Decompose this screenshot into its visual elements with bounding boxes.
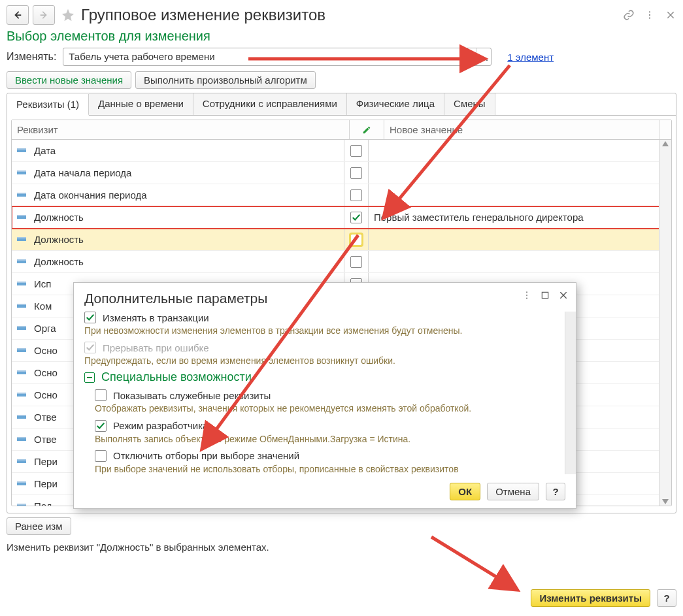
- note-show-service: Отображать реквизиты, значения которых н…: [95, 402, 565, 414]
- table-row[interactable]: Дата: [12, 140, 671, 162]
- table-scrollbar[interactable]: [659, 140, 671, 506]
- requisite-icon: [17, 415, 27, 420]
- svg-point-2: [649, 18, 650, 19]
- table-row[interactable]: Должность: [12, 251, 671, 273]
- forward-button[interactable]: [33, 5, 55, 25]
- dialog-scrollbar[interactable]: [565, 312, 576, 474]
- table-row[interactable]: ДолжностьПервый заместитель генерального…: [12, 206, 671, 229]
- svg-rect-18: [17, 304, 26, 305]
- cb-transaction[interactable]: [84, 312, 96, 323]
- note-disable-filters: При выборе значений не использовать отбо…: [95, 463, 565, 475]
- requisite-icon: [17, 459, 27, 464]
- svg-rect-15: [17, 283, 26, 285]
- requisite-label: Дата окончания периода: [34, 189, 147, 201]
- svg-point-37: [526, 291, 527, 293]
- row-value: Первый заместитель генерального директор…: [369, 206, 659, 228]
- svg-rect-31: [17, 461, 26, 463]
- requisite-label: Пери: [34, 478, 58, 489]
- row-checkbox[interactable]: [350, 145, 362, 157]
- svg-rect-25: [17, 394, 26, 397]
- svg-rect-27: [17, 416, 26, 419]
- change-label: Изменять:: [7, 51, 56, 63]
- dialog-ok-button[interactable]: ОК: [450, 483, 480, 500]
- kebab-icon[interactable]: [644, 9, 656, 21]
- table-row[interactable]: Дата окончания периода: [12, 184, 671, 206]
- toggle-special[interactable]: [84, 372, 95, 383]
- tab-time-data[interactable]: Данные о времени: [89, 93, 193, 115]
- requisite-icon: [17, 504, 27, 506]
- svg-rect-17: [17, 305, 26, 308]
- svg-rect-21: [17, 349, 26, 352]
- cb-show-service[interactable]: [95, 389, 107, 401]
- back-button[interactable]: [7, 5, 29, 25]
- requisite-label: Должность: [34, 212, 84, 223]
- previously-changed-button[interactable]: Ранее изм: [7, 517, 71, 535]
- requisite-icon: [17, 259, 27, 265]
- enter-new-values-button[interactable]: Ввести новые значения: [7, 71, 131, 89]
- dialog-help-button[interactable]: ?: [546, 483, 565, 500]
- requisite-icon: [17, 193, 27, 198]
- close-icon[interactable]: [665, 9, 676, 21]
- requisite-label: Орга: [34, 323, 56, 334]
- svg-rect-24: [17, 370, 26, 372]
- svg-rect-22: [17, 348, 26, 349]
- svg-point-39: [526, 298, 527, 299]
- requisite-label: Исп: [34, 278, 51, 289]
- cb-stop-on-error-label: Прерывать при ошибке: [103, 342, 209, 353]
- svg-point-1: [649, 14, 650, 16]
- svg-rect-28: [17, 415, 26, 416]
- cb-show-service-label: Показывать служебные реквизиты: [113, 390, 271, 401]
- col-requisite: Реквизит: [12, 120, 350, 139]
- dialog-kebab-icon[interactable]: [521, 289, 533, 301]
- row-checkbox[interactable]: [350, 212, 362, 223]
- change-combo-value: Табель учета рабочего времени: [63, 48, 476, 65]
- tab-employees-fixed[interactable]: Сотрудники с исправлениями: [193, 93, 347, 115]
- row-checkbox[interactable]: [350, 189, 362, 201]
- requisite-icon: [17, 326, 27, 331]
- apply-changes-button[interactable]: Изменить реквизиты: [531, 589, 650, 607]
- dialog-cancel-button[interactable]: Отмена: [487, 483, 539, 500]
- requisite-icon: [17, 481, 27, 487]
- cb-dev-mode[interactable]: [95, 420, 107, 432]
- row-value: [369, 162, 659, 184]
- svg-rect-36: [17, 504, 26, 505]
- tab-individuals[interactable]: Физические лица: [347, 93, 444, 115]
- svg-rect-23: [17, 372, 26, 374]
- tab-requisites[interactable]: Реквизиты (1): [7, 94, 89, 116]
- row-checkbox[interactable]: [350, 167, 362, 179]
- table-row[interactable]: Должность: [12, 229, 671, 251]
- run-algorithm-button[interactable]: Выполнить произвольный алгоритм: [135, 71, 316, 89]
- dialog-maximize-icon[interactable]: [539, 289, 551, 301]
- elements-count-link[interactable]: 1 элемент: [507, 52, 554, 63]
- svg-rect-8: [17, 193, 26, 194]
- svg-rect-26: [17, 393, 26, 394]
- link-icon[interactable]: [623, 9, 635, 21]
- page-title: Групповое изменение реквизитов: [81, 6, 325, 24]
- help-button[interactable]: ?: [657, 589, 676, 607]
- tab-shifts[interactable]: Смены: [444, 93, 495, 115]
- svg-rect-3: [17, 150, 26, 152]
- note-transaction: При невозможности изменения элементов в …: [84, 325, 565, 336]
- summary-text: Изменить реквизит "Должность" в выбранны…: [7, 542, 676, 553]
- section-title: Выбор элементов для изменения: [7, 29, 676, 44]
- svg-rect-29: [17, 438, 26, 441]
- requisite-icon: [17, 170, 27, 176]
- col-new-value: Новое значение: [384, 120, 659, 139]
- cb-stop-on-error[interactable]: [84, 342, 96, 353]
- additional-params-dialog: Дополнительные параметры Изменять в тран…: [73, 282, 576, 509]
- svg-rect-13: [17, 261, 26, 263]
- requisite-icon: [17, 370, 27, 376]
- row-checkbox[interactable]: [350, 234, 362, 246]
- change-combo-dropdown[interactable]: …: [476, 48, 491, 65]
- favorite-icon[interactable]: [59, 6, 77, 24]
- note-stop-on-error: Предупреждать, если во время изменения э…: [84, 355, 565, 366]
- requisite-label: Дата начала периода: [34, 167, 131, 178]
- change-combo[interactable]: Табель учета рабочего времени …: [63, 48, 491, 66]
- table-row[interactable]: Дата начала периода: [12, 162, 671, 184]
- svg-rect-4: [17, 148, 26, 150]
- cb-disable-filters[interactable]: [95, 450, 107, 462]
- row-checkbox[interactable]: [350, 256, 362, 268]
- requisite-label: Должность: [34, 234, 84, 245]
- dialog-close-icon[interactable]: [558, 289, 569, 301]
- svg-rect-9: [17, 216, 26, 219]
